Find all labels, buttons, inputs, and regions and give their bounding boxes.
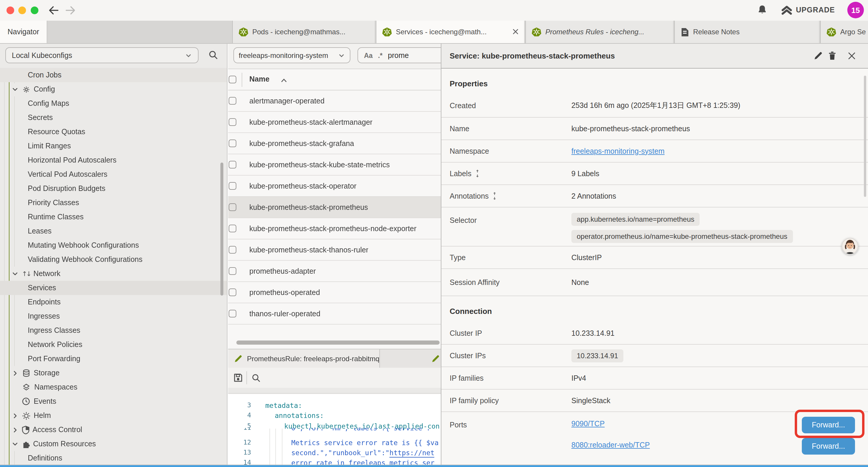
sidebar-item-port-forwarding[interactable]: Port Forwarding: [0, 352, 227, 366]
sidebar-item-pod-disruption-budgets[interactable]: Pod Disruption Budgets: [0, 181, 227, 196]
property-value[interactable]: 9 Labels: [571, 169, 599, 178]
sidebar-item-custom-resources[interactable]: Custom Resources: [0, 437, 227, 451]
sort-updown-icon[interactable]: [492, 192, 497, 200]
row-checkbox[interactable]: [229, 118, 236, 126]
pencil-icon[interactable]: [431, 355, 440, 363]
horizontal-scrollbar[interactable]: [236, 341, 440, 345]
service-row-kube-prometheus-stack-kube-state-metrics[interactable]: kube-prometheus-stack-kube-state-metrics: [228, 154, 441, 176]
service-row-kube-prometheus-stack-thanos-ruler[interactable]: kube-prometheus-stack-thanos-ruler: [228, 239, 441, 261]
row-checkbox[interactable]: [229, 289, 236, 296]
sidebar-item-resource-quotas[interactable]: Resource Quotas: [0, 125, 227, 139]
sort-updown-icon[interactable]: [475, 170, 480, 177]
sidebar-item-network[interactable]: ↑↓Network: [0, 267, 227, 281]
edit-pencil-icon[interactable]: [814, 52, 823, 60]
sidebar-scrollbar[interactable]: [220, 163, 223, 296]
minimize-window-button[interactable]: [18, 6, 26, 14]
kubeconfig-selector[interactable]: Local Kubeconfigs: [5, 47, 198, 63]
sidebar-item-storage[interactable]: Storage: [0, 366, 227, 380]
sidebar-item-events[interactable]: Events: [0, 394, 227, 408]
sidebar-item-cron-jobs[interactable]: Cron Jobs: [0, 68, 227, 82]
notifications-bell-icon[interactable]: [757, 5, 767, 15]
sidebar-item-label: Limit Ranges: [28, 142, 71, 150]
code-line-11: 110', for: 'hm', labels :{ service : ': [228, 428, 441, 433]
close-tab-icon[interactable]: [512, 28, 519, 35]
close-drawer-icon[interactable]: [848, 52, 856, 60]
save-icon[interactable]: [234, 373, 243, 382]
sidebar-item-vertical-pod-autoscalers[interactable]: Vertical Pod Autoscalers: [0, 167, 227, 181]
row-checkbox[interactable]: [229, 310, 236, 317]
sidebar-item-label: Access Control: [32, 426, 82, 434]
select-all-checkbox[interactable]: [229, 76, 236, 83]
zoom-window-button[interactable]: [31, 6, 38, 14]
forward-arrow-icon[interactable]: [66, 6, 75, 15]
notification-count-badge[interactable]: 15: [847, 2, 864, 18]
drawer-scrollbar[interactable]: [864, 76, 866, 197]
name-search-input[interactable]: Aa .* prome: [358, 47, 441, 63]
port-link-9090[interactable]: 9090/TCP: [571, 420, 605, 428]
delete-trash-icon[interactable]: [829, 52, 836, 60]
kubernetes-icon: [827, 27, 836, 37]
regex-toggle[interactable]: .*: [378, 52, 382, 59]
yaml-editor[interactable]: 3metadata:4annotations:5kubectl.kubernet…: [228, 394, 441, 465]
tab-argo-services[interactable]: Argo Se: [820, 21, 868, 43]
navigator-panel-tab[interactable]: Navigator: [0, 21, 47, 43]
sidebar-item-helm[interactable]: Helm: [0, 408, 227, 423]
sidebar-item-definitions[interactable]: Definitions: [0, 451, 227, 465]
sidebar-item-network-policies[interactable]: Network Policies: [0, 338, 227, 352]
service-row-kube-prometheus-stack-prometheus[interactable]: kube-prometheus-stack-prometheus: [228, 197, 441, 218]
namespace-filter-dropdown[interactable]: freeleaps-monitoring-system: [234, 47, 350, 63]
namespace-link[interactable]: freeleaps-monitoring-system: [571, 147, 664, 155]
upgrade-button[interactable]: UPGRADE: [796, 6, 835, 14]
editor-tab-prometheusrule[interactable]: PrometheusRule: freeleaps-prod-rabbitmq: [228, 349, 380, 368]
sidebar-item-horizontal-pod-autoscalers[interactable]: Horizontal Pod Autoscalers: [0, 153, 227, 167]
sidebar-item-access-control[interactable]: Access Control: [0, 423, 227, 437]
row-checkbox[interactable]: [229, 182, 236, 190]
row-checkbox[interactable]: [229, 140, 236, 147]
sidebar-item-secrets[interactable]: Secrets: [0, 111, 227, 125]
sidebar-item-config-maps[interactable]: Config Maps: [0, 96, 227, 111]
sidebar-item-endpoints[interactable]: Endpoints: [0, 295, 227, 309]
sidebar-item-leases[interactable]: Leases: [0, 224, 227, 238]
service-row-prometheus-operated[interactable]: prometheus-operated: [228, 282, 441, 303]
port-link-8080[interactable]: 8080:reloader-web/TCP: [571, 441, 650, 449]
close-window-button[interactable]: [6, 6, 14, 14]
property-value[interactable]: 2 Annotations: [571, 192, 616, 200]
sidebar-item-services[interactable]: Services: [0, 281, 227, 295]
forward-port-button-8080[interactable]: Forward...: [802, 438, 855, 455]
row-checkbox[interactable]: [229, 161, 236, 169]
sidebar-item-config[interactable]: Config: [0, 82, 227, 96]
service-row-kube-prometheus-stack-alertmanager[interactable]: kube-prometheus-stack-alertmanager: [228, 112, 441, 133]
code-url-link[interactable]: https://net: [390, 449, 434, 458]
sidebar-search-icon[interactable]: [209, 50, 218, 60]
row-checkbox[interactable]: [229, 246, 236, 254]
upgrade-chevrons-icon[interactable]: [781, 5, 793, 16]
tab-pods[interactable]: Pods - icecheng@mathmas...: [232, 21, 375, 43]
name-column-header[interactable]: Name: [249, 75, 270, 83]
match-case-toggle[interactable]: Aa: [364, 52, 373, 59]
sidebar-item-runtime-classes[interactable]: Runtime Classes: [0, 210, 227, 224]
service-row-alertmanager-operated[interactable]: alertmanager-operated: [228, 90, 441, 112]
sidebar-item-priority-classes[interactable]: Priority Classes: [0, 196, 227, 210]
tab-services[interactable]: Services - icecheng@math...: [376, 21, 524, 43]
row-checkbox[interactable]: [229, 267, 236, 275]
row-checkbox[interactable]: [229, 97, 236, 105]
row-checkbox[interactable]: [229, 203, 236, 211]
sidebar-item-validating-webhook-configurations[interactable]: Validating Webhook Configurations: [0, 253, 227, 267]
editor-search-icon[interactable]: [252, 374, 260, 382]
tab-release-notes[interactable]: Release Notes: [674, 21, 819, 43]
service-row-thanos-ruler-operated[interactable]: thanos-ruler-operated: [228, 303, 441, 324]
service-row-kube-prometheus-stack-prometheus-node-exporter[interactable]: kube-prometheus-stack-prometheus-node-ex…: [228, 218, 441, 239]
sort-ascending-icon[interactable]: [281, 78, 287, 83]
sidebar-item-namespaces[interactable]: Namespaces: [0, 380, 227, 394]
service-row-prometheus-adapter[interactable]: prometheus-adapter: [228, 261, 441, 282]
tab-prometheus-rules[interactable]: Prometheus Rules - icecheng...: [525, 21, 673, 43]
back-arrow-icon[interactable]: [49, 6, 59, 15]
sidebar-item-ingresses[interactable]: Ingresses: [0, 309, 227, 323]
sidebar-item-limit-ranges[interactable]: Limit Ranges: [0, 139, 227, 153]
service-row-kube-prometheus-stack-grafana[interactable]: kube-prometheus-stack-grafana: [228, 133, 441, 154]
row-checkbox[interactable]: [229, 225, 236, 232]
service-row-kube-prometheus-stack-operator[interactable]: kube-prometheus-stack-operator: [228, 176, 441, 197]
user-avatar[interactable]: [841, 238, 859, 255]
sidebar-item-mutating-webhook-configurations[interactable]: Mutating Webhook Configurations: [0, 238, 227, 253]
sidebar-item-ingress-classes[interactable]: Ingress Classes: [0, 323, 227, 338]
